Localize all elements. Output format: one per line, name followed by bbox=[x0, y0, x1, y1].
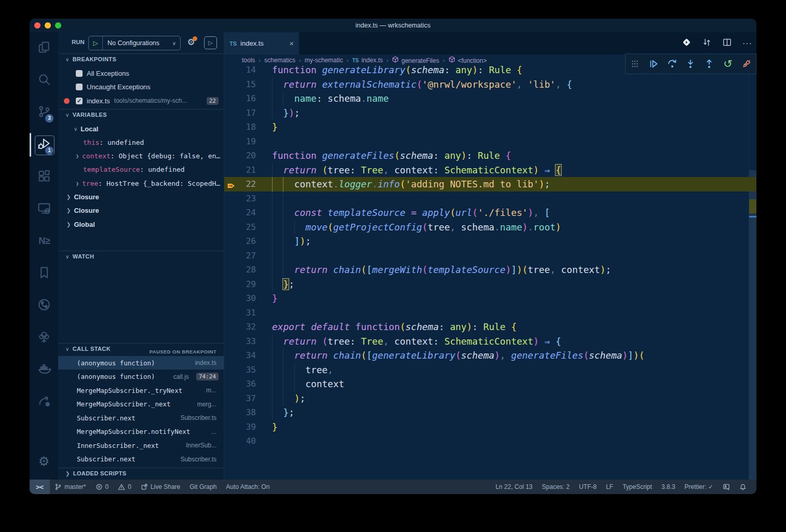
breakpoint-checkbox[interactable]: ✓ bbox=[76, 98, 83, 104]
code-line[interactable]: 24 const templateSource = apply(url('./f… bbox=[224, 206, 756, 220]
code-area[interactable]: 14function generateLibrary(schema: any):… bbox=[224, 63, 756, 448]
gutter[interactable]: 16 bbox=[224, 91, 272, 106]
code-line[interactable]: 29 }; bbox=[224, 277, 756, 292]
activity-item-source-control[interactable]: 3 bbox=[30, 97, 58, 129]
gutter[interactable]: 15 bbox=[224, 77, 272, 92]
restart-icon[interactable]: ↺ bbox=[722, 58, 734, 70]
code-line[interactable]: 38 }; bbox=[224, 405, 756, 420]
gutter[interactable]: 18 bbox=[224, 120, 272, 134]
debug-console-button[interactable]: ▷ bbox=[204, 36, 217, 49]
activity-item-explorer[interactable] bbox=[30, 32, 58, 64]
gutter[interactable]: 17 bbox=[224, 106, 272, 120]
code-line[interactable]: 26 ]); bbox=[224, 234, 756, 249]
step-out-icon[interactable] bbox=[703, 58, 715, 70]
gutter[interactable]: 40 bbox=[224, 434, 272, 448]
call-stack-header[interactable]: ∨CALL STACK bbox=[65, 346, 111, 352]
activity-item-bookmarks[interactable] bbox=[30, 257, 58, 290]
tab-index-ts[interactable]: TS index.ts × bbox=[224, 32, 299, 54]
status-live-share[interactable]: Live Share bbox=[136, 480, 185, 494]
status-warnings[interactable]: 0 bbox=[113, 480, 136, 494]
status-feedback[interactable] bbox=[718, 480, 735, 494]
gutter[interactable]: 30 bbox=[224, 291, 272, 306]
status-auto-attach[interactable]: Auto Attach: On bbox=[221, 480, 274, 494]
code-line[interactable]: 28 return chain([mergeWith(templateSourc… bbox=[224, 263, 756, 277]
activity-item-extensions[interactable] bbox=[30, 161, 58, 193]
close-tab-icon[interactable]: × bbox=[289, 39, 294, 48]
breakpoint-checkbox[interactable] bbox=[76, 84, 83, 90]
gutter[interactable]: 29 bbox=[224, 277, 272, 292]
call-stack-frame[interactable]: MergeMapSubscriber.notifyNext... bbox=[58, 425, 224, 439]
call-stack-frame[interactable]: Subscriber.nextSubscriber.ts bbox=[58, 411, 224, 425]
code-line[interactable]: 34 return chain([generateLibrary(schema)… bbox=[224, 348, 756, 363]
variables-scope[interactable]: ❯Global bbox=[58, 217, 224, 231]
breakpoints-header[interactable]: ∨BREAKPOINTS bbox=[65, 56, 116, 62]
compare-changes-icon[interactable] bbox=[702, 37, 712, 49]
code-line[interactable]: 31 bbox=[224, 306, 756, 320]
code-line[interactable]: 21 return (tree: Tree, context: Schemati… bbox=[224, 163, 756, 178]
code-line[interactable]: 22 context.logger.info('adding NOTES.md … bbox=[224, 177, 756, 192]
step-into-icon[interactable] bbox=[685, 58, 696, 70]
loaded-scripts-header[interactable]: ❯LOADED SCRIPTS bbox=[65, 470, 127, 476]
breadcrumb-item[interactable]: my-schematic bbox=[305, 57, 343, 64]
code-line[interactable]: 23 bbox=[224, 192, 756, 206]
code-line[interactable]: 30} bbox=[224, 291, 756, 306]
gutter[interactable]: 34 bbox=[224, 348, 272, 363]
gutter[interactable]: 37 bbox=[224, 391, 272, 406]
code-line[interactable]: 17 }); bbox=[224, 106, 756, 120]
call-stack-frame[interactable]: InnerSubscriber._nextInnerSub... bbox=[58, 439, 224, 452]
gutter[interactable]: 35 bbox=[224, 363, 272, 377]
variables-scope[interactable]: ∨Local bbox=[58, 122, 224, 135]
activity-item-docker[interactable] bbox=[30, 354, 58, 386]
open-changes-icon[interactable] bbox=[682, 37, 692, 49]
code-line[interactable]: 32export default function(schema: any): … bbox=[224, 320, 756, 334]
code-line[interactable]: 16 name: schema.name bbox=[224, 91, 756, 106]
call-stack-frame[interactable]: (anonymous function)call.js74:24 bbox=[58, 370, 224, 384]
activity-item-live-share[interactable] bbox=[30, 386, 58, 418]
gutter[interactable]: 19 bbox=[224, 134, 272, 149]
activity-item-nx-console[interactable]: N≥ bbox=[30, 225, 58, 257]
breadcrumb-item[interactable]: tools bbox=[242, 57, 255, 64]
step-over-icon[interactable] bbox=[667, 58, 678, 70]
status-errors[interactable]: 0 bbox=[91, 480, 114, 494]
status-cursor-position[interactable]: Ln 22, Col 13 bbox=[491, 480, 537, 494]
breadcrumb-item[interactable]: generateFiles bbox=[392, 56, 439, 64]
status-ts-version[interactable]: 3.8.3 bbox=[657, 480, 680, 494]
call-stack-frame[interactable]: MergeMapSubscriber._nextmerg... bbox=[58, 398, 224, 411]
watch-header[interactable]: ∨WATCH bbox=[65, 253, 94, 260]
gutter[interactable]: 38 bbox=[224, 405, 272, 420]
activity-item-git-graph[interactable] bbox=[30, 290, 58, 322]
variable-item[interactable]: ❯tree: HostTree {_backend: ScopedH… bbox=[58, 176, 224, 190]
code-line[interactable]: 15 return externalSchematic('@nrwl/works… bbox=[224, 77, 756, 92]
gutter[interactable]: 36 bbox=[224, 377, 272, 391]
status-encoding[interactable]: UTF-8 bbox=[574, 480, 601, 494]
activity-item-run-debug[interactable]: 1 bbox=[30, 129, 58, 161]
launch-config-dropdown[interactable]: ▷ No Configurations ∨ bbox=[88, 36, 181, 50]
code-line[interactable]: 20function generateFiles(schema: any): R… bbox=[224, 148, 756, 163]
breakpoint-item[interactable]: All Exceptions bbox=[58, 66, 224, 80]
breadcrumb-item[interactable]: schematics bbox=[264, 57, 295, 64]
variables-scope[interactable]: ❯Closure bbox=[58, 204, 224, 217]
code-line[interactable]: 18} bbox=[224, 120, 756, 134]
call-stack-frame[interactable]: (anonymous function)index.ts bbox=[58, 356, 224, 370]
activity-item-manage[interactable]: ⚙ bbox=[30, 445, 58, 478]
variables-header[interactable]: ∨VARIABLES bbox=[65, 112, 107, 118]
gutter[interactable]: 32 bbox=[224, 320, 272, 334]
gutter[interactable]: 26 bbox=[224, 234, 272, 249]
activity-item-search[interactable] bbox=[30, 64, 58, 97]
gutter[interactable]: 20 bbox=[224, 148, 272, 163]
breakpoint-item[interactable]: ✓index.tstools/schematics/my-sch...22 bbox=[58, 94, 224, 107]
gutter[interactable]: 39 bbox=[224, 420, 272, 434]
gutter[interactable]: 24 bbox=[224, 206, 272, 220]
activity-item-remote-explorer[interactable] bbox=[30, 193, 58, 225]
variable-item[interactable]: this: undefined bbox=[58, 135, 224, 149]
gutter[interactable]: 31 bbox=[224, 306, 272, 320]
status-notifications[interactable] bbox=[735, 480, 751, 494]
breadcrumb-item[interactable]: TSindex.ts bbox=[352, 57, 383, 64]
grip-icon[interactable] bbox=[629, 58, 641, 70]
status-eol[interactable]: LF bbox=[601, 480, 618, 494]
more-actions-icon[interactable]: ··· bbox=[742, 39, 752, 48]
gutter[interactable]: 25 bbox=[224, 220, 272, 235]
breadcrumb-item[interactable]: <function> bbox=[449, 56, 487, 64]
call-stack-frame[interactable]: MergeMapSubscriber._tryNextm... bbox=[58, 384, 224, 397]
configure-gear-button[interactable]: ⚙ bbox=[184, 36, 198, 49]
